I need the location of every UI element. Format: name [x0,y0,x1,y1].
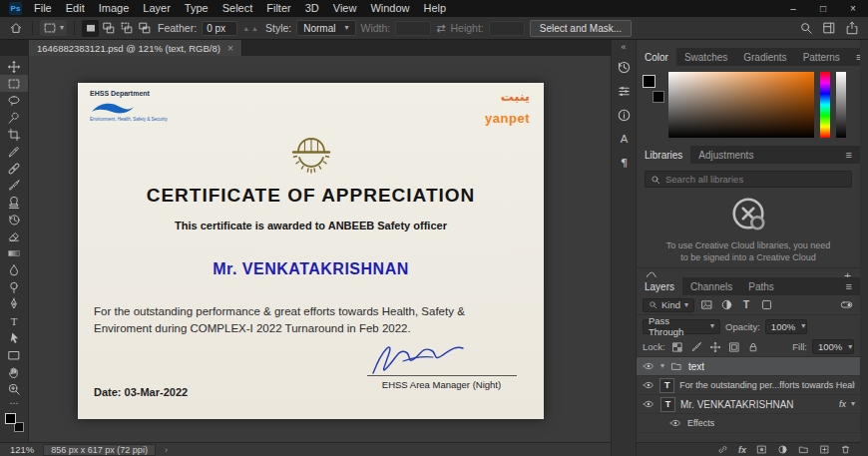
tab-adjustments[interactable]: Adjustments [690,146,761,164]
tab-patterns[interactable]: Patterns [795,48,848,66]
subtract-selection-button[interactable] [118,20,135,37]
height-input[interactable] [489,21,525,36]
background-color-swatch[interactable] [652,91,664,103]
opacity-select[interactable]: 100% ▾ [765,319,807,334]
library-search-input[interactable]: Search all libraries [645,171,852,188]
new-selection-button[interactable] [82,20,99,37]
character-panel-icon[interactable]: A [612,127,636,151]
status-chevron-icon[interactable]: › [165,445,168,455]
expand-group-icon[interactable]: ▾ [660,362,664,370]
layer-row-text-group[interactable]: ▾ text [637,357,860,376]
layer-filter-kind-select[interactable]: Kind ▾ [643,298,694,312]
layer-row-body-text[interactable]: T For the outstanding per...fforts towar… [637,376,860,395]
lock-image-pixels-icon[interactable] [689,340,703,354]
layer-style-icon[interactable]: fx [738,445,746,455]
new-adjustment-layer-icon[interactable] [777,444,788,455]
clone-stamp-tool[interactable] [0,194,29,211]
type-tool[interactable]: T [0,312,29,329]
caret-down-icon[interactable]: ▾ [851,400,855,408]
menu-filter[interactable]: Filter [259,0,297,17]
tab-paths[interactable]: Paths [740,277,782,295]
menu-help[interactable]: Help [417,0,454,17]
visibility-icon[interactable] [642,398,655,410]
tab-color[interactable]: Color [637,48,676,66]
filter-toggle-icon[interactable] [838,297,854,313]
home-icon[interactable] [7,19,25,37]
feather-input[interactable]: 0 px [202,21,237,36]
document-tab[interactable]: 1646882383121.psd @ 121% (text, RGB/8) × [29,40,242,56]
lock-all-icon[interactable] [746,340,760,354]
spot-healing-tool[interactable] [0,160,29,177]
filter-adjustment-layers-icon[interactable] [718,297,734,313]
search-icon[interactable] [797,19,815,37]
select-and-mask-button[interactable]: Select and Mask... [530,20,632,37]
maximize-button[interactable]: □ [808,0,838,17]
info-panel-icon[interactable] [612,103,636,127]
document-info[interactable]: 856 px x 617 px (72 ppi) [43,444,156,456]
tab-close-icon[interactable]: × [227,43,233,54]
eraser-tool[interactable] [0,228,29,244]
foreground-color-swatch[interactable] [643,75,655,88]
paragraph-panel-icon[interactable]: ¶ [612,151,636,175]
gradient-tool[interactable] [0,244,29,261]
expand-panels-icon[interactable]: « [621,40,626,55]
history-panel-icon[interactable] [612,55,636,79]
layer-row-recipient-text[interactable]: T Mr. VENKATAKRISHNAN fx ▾ [637,395,860,414]
add-layer-mask-icon[interactable] [756,444,767,455]
menu-edit[interactable]: Edit [59,0,92,17]
panel-menu-icon[interactable]: ≡ [838,149,860,161]
canvas[interactable]: EHSS Department Environment, Health, Saf… [29,56,611,442]
minimize-button[interactable]: – [778,0,808,17]
panel-menu-icon[interactable]: ≡ [838,280,860,292]
rectangle-tool[interactable] [0,346,29,363]
pen-tool[interactable] [0,295,29,312]
tab-layers[interactable]: Layers [637,277,682,295]
zoom-tool[interactable] [0,380,29,397]
path-selection-tool[interactable] [0,329,29,346]
blend-mode-select[interactable]: Pass Through ▾ [643,319,720,334]
lock-transparent-pixels-icon[interactable] [670,340,684,354]
swap-dimensions-icon[interactable]: ⇄ [436,22,445,35]
layer-row-effects[interactable]: Effects [637,414,860,433]
delete-layer-icon[interactable] [840,444,851,455]
tab-gradients[interactable]: Gradients [735,48,794,66]
rectangular-marquee-tool[interactable] [0,75,29,92]
brush-tool[interactable] [0,177,29,194]
new-group-icon[interactable] [798,444,809,455]
tab-channels[interactable]: Channels [682,277,740,295]
intersect-selection-button[interactable] [136,20,153,37]
fill-select[interactable]: 100% ▾ [812,339,854,354]
edit-toolbar-icon[interactable]: ⋯ [10,397,19,409]
lock-position-icon[interactable] [708,340,722,354]
crop-tool[interactable] [0,126,29,143]
move-tool[interactable] [0,58,29,75]
eyedropper-tool[interactable] [0,143,29,160]
properties-panel-icon[interactable] [612,79,636,103]
foreground-color-swatch[interactable] [5,413,16,424]
menu-layer[interactable]: Layer [136,0,178,17]
new-layer-icon[interactable] [819,444,830,455]
lasso-tool[interactable] [0,92,29,109]
menu-select[interactable]: Select [216,0,260,17]
visibility-icon[interactable] [642,379,654,391]
tab-swatches[interactable]: Swatches [676,48,735,66]
tab-libraries[interactable]: Libraries [637,146,690,164]
menu-type[interactable]: Type [178,0,216,17]
quick-selection-tool[interactable] [0,109,29,126]
tool-preset-picker[interactable]: ▾ [40,20,67,36]
saturation-brightness-field[interactable] [668,72,814,138]
foreground-background-swatches[interactable] [5,413,24,432]
workspace-icon[interactable] [820,19,838,37]
add-selection-button[interactable] [100,20,117,37]
dodge-tool[interactable] [0,278,29,295]
width-input[interactable] [395,21,431,36]
hand-tool[interactable] [0,363,29,380]
menu-window[interactable]: Window [363,0,416,17]
layer-effects-badge[interactable]: fx [839,399,846,409]
history-brush-tool[interactable] [0,211,29,228]
close-button[interactable]: × [838,0,868,17]
hue-slider[interactable] [820,72,830,138]
blur-tool[interactable] [0,261,29,278]
filter-pixel-layers-icon[interactable] [698,297,714,313]
visibility-icon[interactable] [668,417,682,429]
